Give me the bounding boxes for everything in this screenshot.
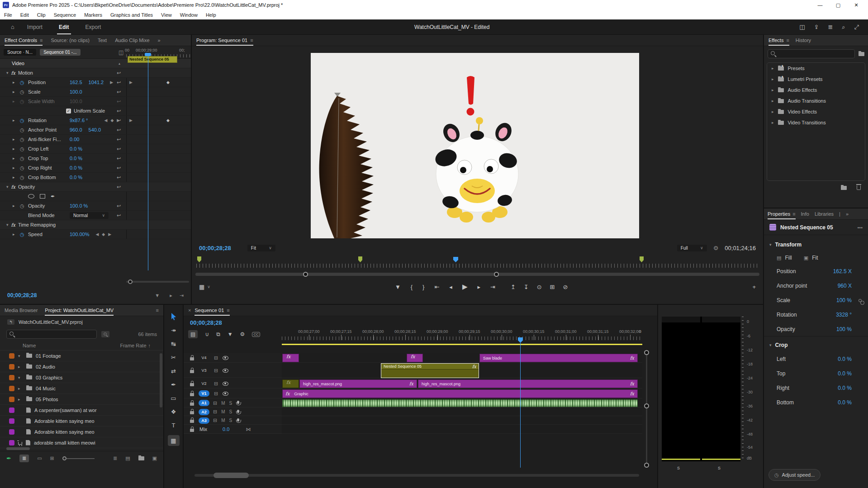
reset-icon[interactable]: ↩ [117, 156, 121, 161]
project-vscrollbar[interactable] [160, 353, 162, 407]
collapse-icon[interactable]: ▴ [119, 62, 120, 66]
source-patch-icon[interactable]: ⊟ [213, 400, 217, 406]
meter-solo-right[interactable]: S [718, 466, 721, 470]
meter-solo-left[interactable]: S [677, 466, 680, 470]
source-patch-icon[interactable]: ⊟ [214, 368, 218, 374]
twirl-icon[interactable]: ▾ [6, 185, 9, 189]
lock-icon[interactable] [190, 403, 194, 406]
source-clip-button[interactable]: Source · N... [4, 49, 36, 56]
value-field[interactable]: 0.0 % [70, 156, 82, 161]
timeline-hscrollbar[interactable] [194, 473, 639, 478]
ec-time-remapping-header[interactable]: ▾ fx Time Remapping [0, 220, 191, 230]
track-header-v4[interactable]: V4 ⊟ [184, 353, 282, 363]
rectangle-tool[interactable]: ▭ [168, 393, 180, 403]
voiceover-record-icon[interactable] [237, 418, 239, 422]
panel-menu-icon[interactable]: ≡ [786, 38, 789, 43]
panel-menu-icon[interactable]: ≡ [40, 38, 43, 43]
track-header-v2[interactable]: V2 ⊟ [184, 379, 282, 389]
reset-icon[interactable]: ↩ [117, 213, 121, 218]
value-field[interactable]: 960.0 [70, 127, 82, 133]
filter-properties-icon[interactable]: ▼ [155, 293, 160, 298]
track-lane-mix[interactable] [282, 425, 642, 434]
prop-row-position[interactable]: Position162.5 X [764, 264, 868, 279]
value-field[interactable]: 0.0 % [70, 175, 82, 180]
loop-icon[interactable]: ⇥ [180, 293, 184, 298]
column-frame-rate[interactable]: Frame Rate↑ [120, 343, 151, 348]
project-row-clip[interactable]: Adorable kitten saying meo [0, 416, 163, 426]
project-row-clip[interactable]: A carpenter(sawman) at wor [0, 405, 163, 416]
track-header-a3[interactable]: A3 ⊟ M S [184, 417, 282, 425]
effects-item-presets[interactable]: ▸ ★ Presets [767, 63, 865, 74]
timeline-timecode[interactable]: 00;00;28;28 [190, 319, 222, 326]
panel-menu-icon[interactable]: ≡ [792, 211, 795, 217]
add-keyframe-icon[interactable]: ◆ [102, 232, 105, 237]
clip-nested-sequence-05[interactable]: Nested Sequence 05 fx [381, 363, 479, 378]
label-color-chip[interactable] [9, 397, 14, 402]
ec-row-anchor-point[interactable]: ◷ Anchor Point 960.0 540.0 ↩ [0, 125, 191, 135]
value-field[interactable]: 0.00 [70, 137, 79, 142]
value-field[interactable]: 0.0 % [838, 399, 852, 406]
value-field[interactable]: 0.0 % [70, 165, 82, 171]
value-field[interactable]: 0.0 % [838, 385, 852, 391]
next-keyframe-icon[interactable]: ▶ [110, 80, 113, 85]
tab-media-browser[interactable]: Media Browser [5, 308, 38, 313]
track-header-v1[interactable]: V1 ⊟ [184, 389, 282, 398]
track-header-v3[interactable]: V3 ⊟ [184, 363, 282, 378]
fit-button[interactable]: ▣Fit [804, 255, 818, 261]
mute-button[interactable]: M [221, 418, 225, 423]
value-field[interactable]: 960 X [838, 283, 852, 289]
lock-icon[interactable] [190, 383, 194, 386]
program-time-ruler[interactable] [196, 264, 759, 268]
settings-wrench-icon[interactable]: ⚙ [713, 245, 719, 251]
panel-overflow-icon[interactable]: » [846, 211, 849, 217]
program-timecode[interactable]: 00;00;28;28 [199, 245, 231, 251]
reset-icon[interactable]: ↩ [117, 127, 121, 133]
ec-timecode[interactable]: 00;00;28;28 [7, 292, 37, 298]
sort-icon[interactable]: ≣ [113, 455, 117, 461]
program-video-frame[interactable] [311, 53, 639, 238]
panel-menu-icon[interactable]: ≡ [250, 38, 253, 43]
chevron-right-icon[interactable]: ▸ [772, 77, 774, 81]
value-field[interactable]: 1041.2 [89, 80, 104, 85]
value-field[interactable]: 9x87.6 ° [70, 118, 88, 123]
project-row-bin-audio[interactable]: ▸ 02 Audio [0, 361, 163, 372]
stopwatch-icon[interactable]: ◷ [20, 156, 28, 161]
link-scale-icon[interactable] [859, 299, 862, 302]
label-color-chip[interactable] [9, 364, 14, 370]
tab-text[interactable]: Text [98, 38, 107, 43]
menu-sequence[interactable]: Sequence [50, 12, 81, 18]
mute-button[interactable]: M [221, 409, 225, 414]
value-field[interactable]: 100.0 % [70, 203, 88, 208]
reset-icon[interactable]: ↩ [117, 70, 121, 76]
solo-button[interactable]: S [229, 401, 232, 406]
prop-row-crop-top[interactable]: Top0.0 % [764, 366, 868, 381]
project-breadcrumb[interactable]: WatchOutLittleCat_MV.prproj [19, 319, 83, 325]
stopwatch-icon[interactable]: ◷ [20, 203, 28, 209]
tab-history[interactable]: History [796, 38, 811, 43]
ec-lane-scrollbar[interactable] [126, 280, 189, 284]
tab-edit[interactable]: Edit [59, 24, 69, 30]
value-field[interactable]: 3328 ° [836, 312, 852, 318]
lock-icon[interactable] [190, 393, 194, 396]
snap-magnet-icon[interactable]: ∪ [205, 331, 209, 337]
project-row-bin-footage[interactable]: ▾ 01 Footage [0, 351, 163, 361]
menu-view[interactable]: View [157, 12, 176, 18]
close-panel-icon[interactable]: × [188, 308, 191, 313]
track-target-a3[interactable]: A3 [199, 417, 209, 424]
value-field[interactable]: 100 % [836, 297, 852, 303]
stopwatch-icon[interactable]: ◷ [20, 89, 28, 95]
comparison-view-button[interactable]: ⊞ [550, 284, 555, 290]
voiceover-record-icon[interactable] [237, 401, 239, 404]
value-field[interactable]: 540.0 [89, 127, 101, 133]
project-row-bin-photos[interactable]: ▸ 05 Photos [0, 394, 163, 405]
menu-help[interactable]: Help [202, 12, 220, 18]
prop-row-anchor-point[interactable]: Anchor point960 X [764, 279, 868, 293]
fill-button[interactable]: ▤Fill [777, 255, 792, 261]
track-target-a2[interactable]: A2 [199, 409, 209, 415]
mute-button[interactable]: M [221, 401, 225, 406]
mark-in-button[interactable]: { [411, 284, 413, 290]
selection-tool[interactable] [168, 311, 180, 322]
ec-row-crop-bottom[interactable]: ▸◷ Crop Bottom 0.0 % ↩ [0, 173, 191, 182]
label-color-chip[interactable] [9, 440, 14, 445]
source-patch-icon[interactable]: ⊟ [214, 381, 218, 387]
